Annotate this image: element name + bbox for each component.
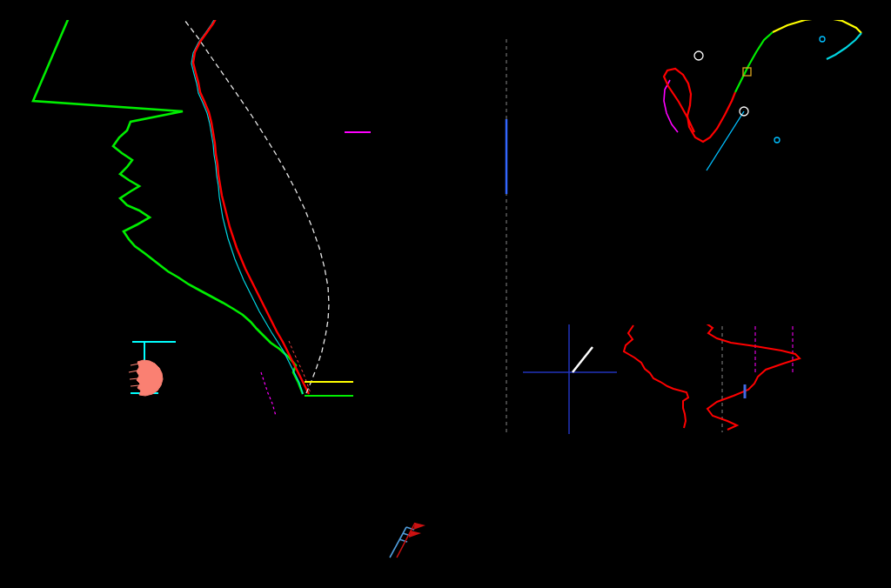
sharppy-window: { "title_bar": { "left": "KHOB 20170510/… [0,0,891,588]
text-overlay [0,0,891,588]
